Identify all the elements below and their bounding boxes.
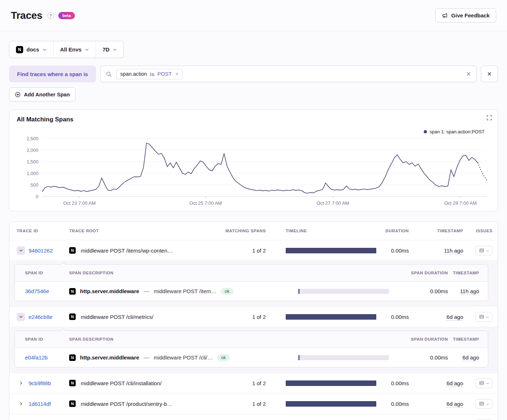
y-axis-tick-label: 2,000	[26, 147, 38, 153]
spans-subtable: SPAN ID SPAN DESCRIPTION SPAN DURATION T…	[14, 330, 488, 367]
matching-spans-count: 1 of 2	[219, 401, 266, 407]
x-axis-tick-label: Oct 27 7:00 AM	[317, 200, 349, 206]
span-duration-bar[interactable]	[298, 289, 389, 294]
trace-issues-button[interactable]: –	[475, 399, 493, 409]
fullscreen-icon[interactable]	[487, 115, 492, 120]
trace-timestamp[interactable]: 6d ago	[447, 380, 463, 387]
help-icon[interactable]: ?	[47, 12, 54, 19]
trace-root-text: middleware POST /cli/installation/	[81, 380, 162, 386]
give-feedback-button[interactable]: Give Feedback	[435, 8, 496, 22]
spans-subtable-header: SPAN ID SPAN DESCRIPTION SPAN DURATION T…	[15, 331, 488, 348]
search-clear-icon[interactable]: ✕	[466, 70, 471, 78]
trace-timestamp[interactable]: 6d ago	[447, 314, 463, 321]
chart-title: All Matching Spans	[17, 116, 490, 123]
col-trace-id: TRACE ID	[9, 229, 69, 233]
span-duration-fill	[298, 289, 299, 294]
issues-inbox-icon	[479, 401, 484, 406]
col-span-description: SPAN DESCRIPTION	[69, 271, 298, 275]
nextjs-platform-icon: N	[69, 288, 76, 295]
span-id-link[interactable]: e04fa12b	[25, 354, 48, 361]
chart-svg: 05001,0001,5002,0002,500Oct 23 7:00 AMOc…	[17, 136, 490, 207]
trace-root-text: middleware POST /cli/metrics/	[81, 314, 154, 320]
environment-filter[interactable]: All Envs	[53, 41, 96, 58]
col-trace-root: TRACE ROOT	[69, 229, 219, 233]
beta-badge: beta	[58, 12, 75, 19]
span-row[interactable]: e04fa12b N http.server.middleware — midd…	[15, 348, 488, 367]
span-description-text: middleware POST /item…	[154, 288, 216, 294]
legend-series-label: span 1: span.action:POST	[430, 129, 485, 134]
span-timestamp[interactable]: 11h ago	[460, 288, 479, 295]
circle-plus-icon	[15, 92, 21, 97]
legend-series-dot	[424, 130, 427, 133]
issues-count-dash: –	[486, 314, 489, 320]
chevron-down-icon	[42, 47, 47, 52]
spans-subtable: SPAN ID SPAN DESCRIPTION SPAN DURATION T…	[14, 264, 488, 301]
trace-row[interactable]: 94601262 N middleware POST /items/wp-con…	[9, 240, 498, 261]
trace-issues-button[interactable]: –	[475, 312, 493, 322]
trace-row[interactable]: e246cb8e N middleware POST /cli/metrics/…	[9, 306, 498, 327]
x-axis-tick-label: Oct 29 7:00 AM	[444, 200, 477, 206]
description-separator: —	[143, 354, 149, 361]
project-filter[interactable]: N docs	[9, 41, 53, 58]
span-duration-fill	[298, 355, 299, 360]
date-range-filter[interactable]: 7D	[96, 41, 123, 58]
trace-row[interactable]: 9cb9f88b N middleware POST /cli/installa…	[9, 373, 498, 393]
trace-row[interactable]: 5b72a6bf N middleware POST /security-leg…	[9, 414, 498, 420]
trace-duration: 0.00ms	[374, 314, 409, 320]
matching-spans-count: 1 of 2	[219, 314, 266, 320]
expanded-spans-panel: SPAN ID SPAN DESCRIPTION SPAN DURATION T…	[9, 327, 498, 373]
col-span-duration: SPAN DURATION	[406, 337, 448, 341]
collapse-trace-icon[interactable]	[17, 246, 25, 255]
span-description-text: middleware POST /cli/…	[154, 354, 213, 361]
trace-timeline-bar[interactable]	[286, 314, 376, 320]
y-axis-tick-label: 1,500	[26, 159, 38, 165]
trace-id-link[interactable]: 94601262	[29, 248, 53, 254]
search-filter-chip[interactable]: span.action is POST ✕	[116, 69, 183, 79]
add-another-span-button[interactable]: Add Another Span	[9, 87, 76, 101]
span-status-badge: ok	[217, 354, 230, 361]
trace-id-link[interactable]: e246cb8e	[29, 314, 53, 320]
nextjs-platform-icon: N	[69, 400, 76, 407]
megaphone-icon	[442, 12, 448, 18]
trace-timestamp[interactable]: 6d ago	[447, 401, 463, 408]
span-timestamp[interactable]: 6d ago	[462, 354, 479, 361]
chip-remove-icon[interactable]: ✕	[175, 72, 179, 76]
span-id-link[interactable]: 36d7546e	[25, 288, 49, 294]
x-axis-tick-label: Oct 23 7:00 AM	[63, 200, 96, 206]
nextjs-project-icon: N	[16, 46, 23, 53]
trace-timeline-bar[interactable]	[286, 401, 376, 407]
col-span-duration: SPAN DURATION	[406, 271, 448, 275]
matching-spans-count: 1 of 2	[219, 380, 266, 386]
remove-span-query-button[interactable]: ✕	[481, 66, 498, 82]
y-axis-tick-label: 1,000	[26, 171, 38, 176]
chevron-down-icon	[85, 47, 89, 52]
trace-issues-button[interactable]: –	[475, 378, 493, 388]
expand-trace-icon[interactable]	[17, 400, 25, 408]
expand-trace-icon[interactable]	[17, 379, 25, 387]
col-timestamp: TIMESTAMP	[409, 229, 463, 233]
span-status-badge: ok	[221, 288, 234, 295]
span-search-input[interactable]: span.action is POST ✕ ✕	[100, 66, 477, 82]
close-icon: ✕	[487, 71, 492, 78]
col-duration: DURATION	[374, 229, 409, 233]
y-axis-tick-label: 500	[30, 182, 38, 188]
trace-row[interactable]: 1d6114df N middleware POST /product/sent…	[9, 393, 498, 414]
collapse-trace-icon[interactable]	[17, 313, 25, 321]
span-duration-bar[interactable]	[298, 355, 389, 360]
trace-id-link[interactable]: 9cb9f88b	[29, 380, 51, 386]
line-chart[interactable]: 05001,0001,5002,0002,500Oct 23 7:00 AMOc…	[17, 136, 490, 208]
chevron-down-icon	[113, 47, 117, 52]
nextjs-platform-icon: N	[69, 313, 76, 320]
trace-issues-button[interactable]: –	[475, 246, 493, 255]
page-filter-bar: N docs All Envs 7D	[9, 41, 124, 58]
trace-duration: 0.00ms	[374, 380, 409, 386]
trace-timeline-bar[interactable]	[286, 248, 376, 253]
trace-timestamp[interactable]: 11h ago	[444, 248, 463, 254]
page-header: Traces ? beta Give Feedback	[0, 0, 507, 31]
trace-timeline-bar[interactable]	[286, 381, 376, 386]
trace-duration: 0.00ms	[374, 248, 409, 254]
trace-id-link[interactable]: 1d6114df	[29, 401, 51, 407]
span-row[interactable]: 36d7546e N http.server.middleware — midd…	[15, 282, 488, 301]
y-axis-tick-label: 0	[36, 194, 38, 199]
issues-count-dash: –	[486, 401, 489, 407]
